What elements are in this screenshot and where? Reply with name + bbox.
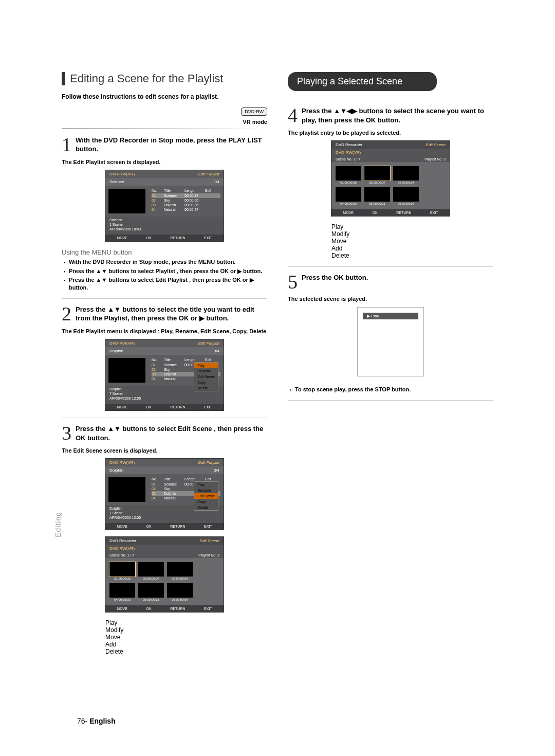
left-column: Editing a Scene for the Playlist Follow … bbox=[62, 72, 267, 662]
context-menu: Play Rename Edit Scene Copy Delete bbox=[194, 362, 218, 391]
lead-text: Follow these instructions to edit scenes… bbox=[62, 93, 267, 101]
step-2: 2 Press the ▲▼ buttons to select the tit… bbox=[62, 305, 267, 323]
side-tab: Editing bbox=[54, 512, 62, 537]
edit-scene-mock-1: DVD RecorderEdit Scene DVD-RW(VR) Scene … bbox=[105, 537, 224, 655]
step-text: With the DVD Recorder in Stop mode, pres… bbox=[76, 136, 267, 154]
step-2-note: The Edit Playlist menu is displayed : Pl… bbox=[62, 328, 267, 334]
step-1-note: The Edit Playlist screen is displayed. bbox=[62, 159, 267, 165]
step-5-note: The selected scene is played. bbox=[288, 296, 493, 302]
scene-side-menu: Play Modify Move Add Delete bbox=[105, 619, 224, 655]
context-menu: Play Rename Edit Scene Copy Delete bbox=[194, 481, 218, 511]
using-menu-heading: Using the MENU button bbox=[62, 248, 267, 256]
badge-row: DVD-RW bbox=[62, 107, 267, 116]
edit-playlist-mock-2: DVD-RW(VR)Edit Playlist Dolphin3/4 No.Ti… bbox=[105, 339, 224, 410]
thumbnail bbox=[108, 189, 145, 213]
edit-playlist-mock-3: DVD-RW(VR)Edit Playlist Dolphin3/4 No.Ti… bbox=[105, 459, 224, 530]
subsection-pill: Playing a Selected Scene bbox=[288, 72, 437, 91]
step-1: 1 With the DVD Recorder in Stop mode, pr… bbox=[62, 136, 267, 154]
step-3: 3 Press the ▲▼ buttons to select Edit Sc… bbox=[62, 424, 267, 442]
right-column: Playing a Selected Scene 4 Press the ▲▼◀… bbox=[288, 72, 493, 662]
section-title: Editing a Scene for the Playlist bbox=[62, 72, 267, 85]
divider bbox=[62, 128, 267, 129]
vr-mode-label: VR mode bbox=[62, 119, 267, 125]
step-5: 5 Press the OK button. bbox=[288, 273, 493, 291]
step-3-note: The Edit Scene screen is displayed. bbox=[62, 447, 267, 454]
divider bbox=[62, 298, 267, 299]
menu-bullets: With the DVD Recorder in Stop mode, pres… bbox=[64, 258, 267, 292]
dvd-rw-badge: DVD-RW bbox=[241, 107, 267, 116]
step-4: 4 Press the ▲▼◀▶ buttons to select the s… bbox=[288, 106, 493, 124]
edit-scene-mock-2: DVD RecorderEdit Scene DVD-RW(VR) Scene … bbox=[331, 141, 450, 259]
play-preview-box: ▶ Play bbox=[357, 307, 424, 376]
page-footer: 76- English bbox=[77, 717, 116, 725]
edit-playlist-mock-1: DVD-RW(VR)Edit Playlist Science1/4 No.Ti… bbox=[105, 170, 224, 241]
scene-side-menu: Play Modify Move Add Delete bbox=[331, 223, 450, 259]
step-number: 1 bbox=[62, 136, 71, 154]
play-bar-label: ▶ Play bbox=[363, 313, 418, 319]
step-4-note: The playlist entry to be played is selec… bbox=[288, 130, 493, 136]
stop-note: To stop scene play, press the STOP butto… bbox=[290, 386, 493, 393]
